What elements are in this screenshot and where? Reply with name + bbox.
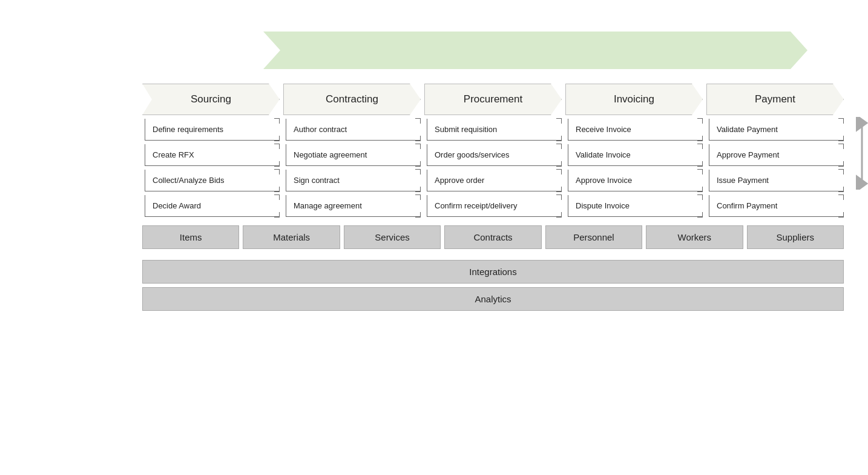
process-layer-label [24,84,142,138]
process-item-1-1: Negotiate agreement [286,144,421,166]
data-box-personnel: Personnel [545,225,642,249]
process-item-4-2: Issue Payment [709,170,844,191]
col-header-procurement: Procurement [424,84,562,115]
data-box-workers: Workers [646,225,743,249]
process-column-invoicing: InvoicingReceive InvoiceValidate Invoice… [565,84,703,221]
manual-methods-content [142,32,844,69]
data-bar-analytics: Analytics [142,287,844,311]
data-layer-content: ItemsMaterialsServicesContractsPersonnel… [142,225,844,311]
process-item-4-3: Confirm Payment [709,195,844,217]
process-column-contracting: ContractingAuthor contractNegotiate agre… [283,84,421,221]
col-header-payment: Payment [706,84,844,115]
data-box-items: Items [142,225,239,249]
process-layer-row: SourcingDefine requirementsCreate RFXCol… [24,84,844,221]
manual-methods-label [24,32,142,48]
process-column-procurement: ProcurementSubmit requisitionOrder goods… [424,84,562,221]
process-item-0-1: Create RFX [145,144,280,166]
process-column-payment: PaymentValidate PaymentApprove PaymentIs… [706,84,844,221]
data-box-contracts: Contracts [444,225,541,249]
process-item-4-1: Approve Payment [709,144,844,166]
data-section: ItemsMaterialsServicesContractsPersonnel… [142,225,844,311]
process-item-3-2: Approve Invoice [568,170,703,191]
data-arrow-container [850,84,868,221]
data-box-materials: Materials [243,225,340,249]
process-item-2-0: Submit requisition [427,119,562,141]
col-header-sourcing: Sourcing [142,84,280,115]
process-item-0-2: Collect/Analyze Bids [145,170,280,191]
process-item-2-2: Approve order [427,170,562,191]
data-arrow-icon [855,117,868,190]
process-item-1-3: Manage agreement [286,195,421,217]
data-layer-label [24,225,142,242]
col-header-invoicing: Invoicing [565,84,703,115]
col-header-contracting: Contracting [283,84,421,115]
process-item-1-2: Sign contract [286,170,421,191]
data-bar-integrations: Integrations [142,260,844,284]
manual-methods-banner [263,32,807,69]
process-item-2-3: Confirm receipt/delivery [427,195,562,217]
data-layer-row: ItemsMaterialsServicesContractsPersonnel… [24,225,844,311]
question-marks-row [24,74,844,79]
data-box-services: Services [344,225,441,249]
process-item-1-0: Author contract [286,119,421,141]
process-item-4-0: Validate Payment [709,119,844,141]
process-item-2-1: Order goods/services [427,144,562,166]
process-item-3-0: Receive Invoice [568,119,703,141]
process-columns: SourcingDefine requirementsCreate RFXCol… [142,84,844,221]
manual-methods-row [24,32,844,69]
process-item-0-0: Define requirements [145,119,280,141]
process-item-3-1: Validate Invoice [568,144,703,166]
process-column-sourcing: SourcingDefine requirementsCreate RFXCol… [142,84,280,221]
process-item-0-3: Decide Award [145,195,280,217]
data-boxes-row: ItemsMaterialsServicesContractsPersonnel… [142,225,844,249]
process-item-3-3: Dispute Invoice [568,195,703,217]
data-box-suppliers: Suppliers [747,225,844,249]
